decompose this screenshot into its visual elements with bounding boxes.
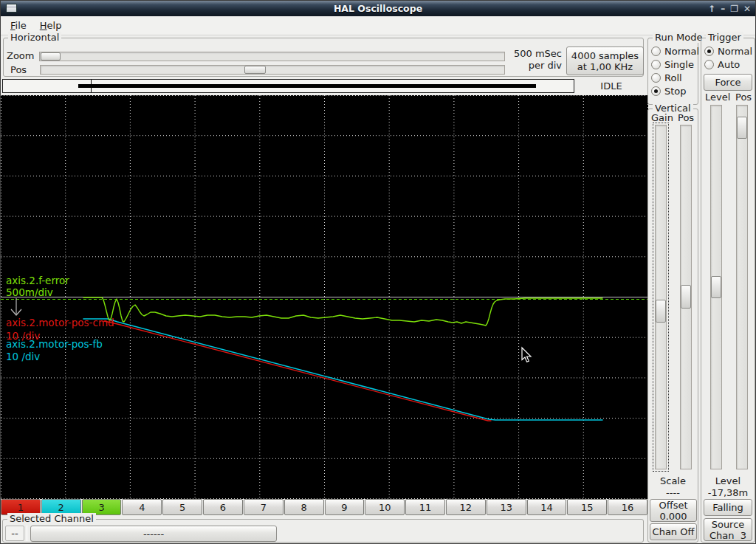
channel-button-10[interactable]: 10 [365, 499, 405, 515]
run-mode-group: Run Mode Normal Single Roll Stop [647, 38, 698, 105]
trigger-pos-slider-label: Pos [735, 92, 752, 103]
trigger-edge-button[interactable]: Falling [704, 499, 752, 516]
zoom-slider[interactable] [39, 52, 505, 61]
selected-channel-group-label: Selected Channel [7, 513, 96, 524]
channel-button-row: 12345678910111213141516 [1, 499, 648, 515]
channel2-signal-label: axis.2.motor-pos-fb [6, 338, 103, 350]
channel-button-7[interactable]: 7 [244, 499, 284, 515]
trigger-level-slider-handle[interactable] [711, 276, 721, 298]
trace-motor-pos-fb [83, 319, 602, 420]
restore-icon[interactable]: ❐ [730, 4, 738, 13]
level-slider-label: Level [705, 92, 730, 103]
scope-canvas[interactable]: axis.2.f-error500m/divaxis.2.motor-pos-c… [1, 95, 648, 499]
trigger-source-button[interactable]: Source Chan 3 [704, 518, 752, 541]
radio-icon[interactable] [651, 60, 661, 69]
channel3-scale-label: 500m/div [6, 286, 53, 298]
channel-button-8[interactable]: 8 [284, 499, 324, 515]
divider [27, 526, 27, 541]
channel3-signal-label: axis.2.f-error [6, 275, 69, 286]
channel-button-12[interactable]: 12 [446, 499, 486, 515]
channel-button-9[interactable]: 9 [325, 499, 365, 515]
selected-channel-group: Selected Channel -- ------ [2, 519, 644, 543]
run-mode-roll[interactable]: Roll [651, 72, 682, 83]
minimize-icon[interactable]: – [721, 4, 725, 13]
trigger-pos-slider-handle[interactable] [737, 117, 747, 139]
shade-icon[interactable]: ↑ [708, 4, 715, 13]
channel-button-4[interactable]: 4 [122, 499, 162, 515]
trigger-auto[interactable]: Auto [704, 58, 740, 70]
gain-slider-label: Gain [651, 112, 673, 123]
force-button[interactable]: Force [704, 74, 752, 91]
run-mode-normal[interactable]: Normal [651, 45, 699, 57]
record-preview-bar [2, 79, 574, 93]
channel-button-5[interactable]: 5 [162, 499, 202, 515]
run-mode-single[interactable]: Single [651, 58, 694, 70]
level-value: -17,38m [701, 487, 755, 498]
gain-slider-handle[interactable] [656, 300, 666, 323]
channel-button-14[interactable]: 14 [527, 499, 567, 515]
title-bar[interactable]: HAL Oscilloscope ↑ – ❐ ✕ [1, 1, 755, 16]
sample-rate-button[interactable]: 4000 samples at 1,00 KHz [566, 47, 644, 75]
trigger-level-slider[interactable] [710, 105, 722, 469]
channel-button-13[interactable]: 13 [487, 499, 526, 515]
radio-icon[interactable] [651, 47, 661, 56]
offset-button[interactable]: Offset 0.000 [650, 499, 697, 522]
radio-icon[interactable] [704, 60, 714, 69]
trigger-group-label: Trigger [706, 32, 743, 43]
horizontal-pos-slider[interactable] [40, 65, 505, 75]
halscope-window: HAL Oscilloscope ↑ – ❐ ✕ File Help Horiz… [0, 0, 756, 544]
trigger-position-marker [91, 80, 92, 92]
scale-label: Scale [647, 475, 698, 486]
window-icon [6, 4, 17, 13]
channel-button-6[interactable]: 6 [203, 499, 243, 515]
status-label: IDLE [576, 79, 647, 93]
pos-slider-label: Pos [10, 64, 27, 75]
level-label: Level [701, 475, 755, 486]
chan-off-button[interactable]: Chan Off [650, 523, 697, 540]
trace-f-error [83, 297, 602, 326]
gain-slider[interactable] [655, 125, 667, 469]
channel2-scale-label: 10 /div [6, 351, 40, 362]
radio-icon[interactable] [651, 73, 661, 83]
selected-channel-source-button[interactable]: ------ [30, 526, 277, 542]
run-mode-group-label: Run Mode [653, 32, 704, 43]
radio-icon[interactable] [704, 47, 714, 56]
radio-icon[interactable] [651, 86, 661, 96]
record-extent-line [78, 84, 536, 88]
horizontal-pos-slider-handle[interactable] [244, 66, 266, 74]
channel-button-11[interactable]: 11 [405, 499, 445, 515]
channel-button-15[interactable]: 15 [567, 499, 607, 515]
vertical-pos-slider-handle[interactable] [681, 285, 691, 309]
trace-motor-pos-cmd [104, 321, 491, 421]
close-icon[interactable]: ✕ [743, 4, 751, 13]
zoom-slider-handle[interactable] [41, 52, 61, 61]
channel1-signal-label: axis.2.motor-pos-cmd [6, 317, 114, 328]
time-per-div-label: 500 mSec per div [509, 48, 562, 72]
horizontal-group-label: Horizontal [8, 32, 61, 43]
window-title: HAL Oscilloscope [1, 3, 755, 14]
mouse-cursor-icon [522, 348, 531, 362]
scale-value: ---- [647, 487, 698, 498]
run-mode-stop[interactable]: Stop [651, 85, 687, 97]
zoom-slider-label: Zoom [7, 50, 34, 61]
channel-button-16[interactable]: 16 [608, 499, 647, 515]
trigger-pos-slider[interactable] [736, 105, 748, 469]
scope-display[interactable]: axis.2.f-error500m/divaxis.2.motor-pos-c… [1, 95, 648, 499]
vertical-pos-slider[interactable] [680, 125, 692, 469]
selected-channel-number: -- [5, 526, 24, 541]
vertical-pos-slider-label: Pos [678, 112, 694, 123]
menu-bar: File Help [1, 16, 755, 35]
trigger-normal[interactable]: Normal [704, 45, 752, 57]
